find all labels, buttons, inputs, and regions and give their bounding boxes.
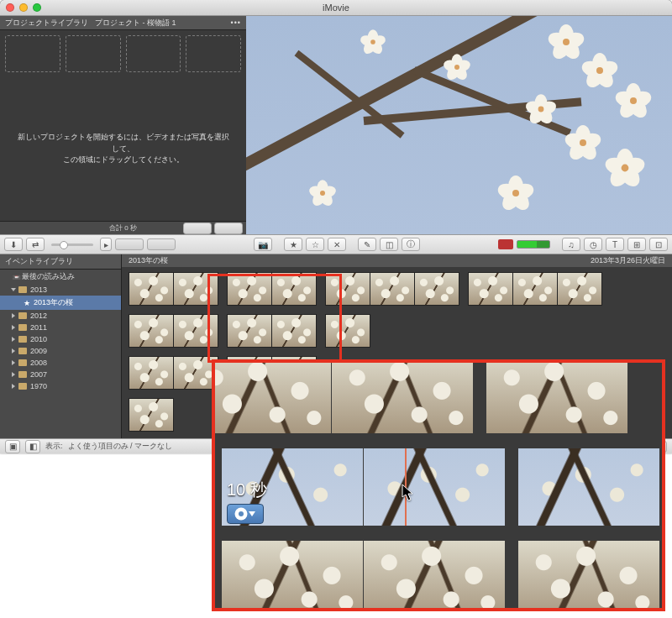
folder-icon bbox=[18, 359, 27, 366]
footer-control[interactable] bbox=[183, 223, 212, 234]
disclosure-triangle-icon[interactable] bbox=[12, 337, 15, 342]
zoom-clip[interactable] bbox=[518, 448, 659, 526]
toolbar-segment[interactable] bbox=[115, 238, 144, 250]
browser-header: 2013年の桜 2013年3月26日火曜日 bbox=[122, 254, 672, 267]
disclosure-triangle-icon[interactable] bbox=[12, 325, 15, 330]
sidebar-year[interactable]: 2009 bbox=[0, 345, 121, 357]
zoom-slider[interactable] bbox=[51, 244, 93, 246]
zoom-clip[interactable] bbox=[518, 541, 659, 611]
folder-icon bbox=[18, 286, 27, 293]
title-browser-button[interactable]: T bbox=[606, 238, 624, 251]
project-footer: 合計 0 秒 bbox=[0, 221, 246, 234]
title-slots bbox=[0, 30, 246, 77]
title-slot[interactable] bbox=[66, 35, 121, 72]
view-toggle-button[interactable]: ◧ bbox=[25, 440, 40, 453]
folder-icon bbox=[18, 312, 27, 319]
close-button[interactable] bbox=[6, 3, 14, 12]
disclosure-triangle-icon[interactable] bbox=[12, 372, 15, 377]
clip-action-menu[interactable] bbox=[227, 504, 264, 524]
duration-label: 10 秒 bbox=[227, 479, 267, 501]
dropdown-triangle-icon bbox=[249, 511, 255, 516]
minimize-button[interactable] bbox=[19, 3, 28, 12]
mouse-cursor-icon bbox=[402, 484, 415, 502]
clip-thumbnail[interactable] bbox=[227, 314, 317, 348]
folder-icon bbox=[18, 336, 27, 343]
disclosure-triangle-icon[interactable] bbox=[11, 288, 16, 291]
clip-thumbnail[interactable] bbox=[129, 356, 218, 390]
music-browser-button[interactable]: ♫ bbox=[562, 238, 580, 251]
disclosure-triangle-icon[interactable] bbox=[12, 360, 15, 365]
zoom-button[interactable] bbox=[33, 3, 41, 12]
show-label: 表示: bbox=[45, 441, 63, 452]
folder-icon bbox=[18, 383, 27, 390]
disclosure-triangle-icon[interactable] bbox=[12, 384, 15, 389]
annotation-zoom-panel: 10 秒 bbox=[212, 359, 665, 611]
traffic-lights bbox=[6, 3, 41, 12]
sidebar-year[interactable]: 2007 bbox=[0, 369, 121, 380]
sidebar-last-import[interactable]: 📼最後の読み込み bbox=[0, 270, 121, 284]
event-sidebar: イベントライブラリ 📼最後の読み込み 2013 ★ 2013年の桜 2012 2… bbox=[0, 254, 122, 453]
folder-icon bbox=[18, 324, 27, 331]
project-drop-message[interactable]: 新しいプロジェクトを開始するには、ビデオまたは写真を選択して、 この領域にドラッ… bbox=[0, 77, 246, 221]
toolbar-segment[interactable] bbox=[147, 238, 176, 250]
upper-pane: プロジェクトライブラリ プロジェクト - 桜物語 1 ••• 新しいプロジェクト… bbox=[0, 16, 672, 234]
project-menu-icon[interactable]: ••• bbox=[231, 18, 241, 27]
clip-thumbnail[interactable] bbox=[325, 314, 370, 348]
title-slot[interactable] bbox=[186, 35, 241, 72]
footer-control[interactable] bbox=[214, 223, 243, 234]
voiceover-button[interactable]: ✎ bbox=[358, 238, 376, 251]
inspector-button[interactable]: ⓘ bbox=[402, 238, 420, 251]
maps-browser-button[interactable]: ⊡ bbox=[649, 238, 668, 251]
gear-icon bbox=[236, 509, 246, 519]
sidebar-year[interactable]: 2008 bbox=[0, 357, 121, 369]
filter-label[interactable]: よく使う項目のみ / マークなし bbox=[68, 441, 173, 452]
crop-button[interactable]: ◫ bbox=[380, 238, 398, 251]
sidebar-year[interactable]: 1970 bbox=[0, 380, 121, 392]
clip-thumbnail[interactable] bbox=[129, 398, 174, 432]
browser-event-title: 2013年の桜 bbox=[129, 255, 168, 266]
sidebar-year[interactable]: 2011 bbox=[0, 322, 121, 333]
view-events-button[interactable]: ▣ bbox=[5, 440, 20, 453]
clip-thumbnail[interactable] bbox=[129, 314, 218, 348]
browser-event-date: 2013年3月26日火曜日 bbox=[591, 255, 665, 266]
zoom-clip[interactable] bbox=[222, 541, 505, 611]
clip-thumbnail[interactable] bbox=[468, 272, 602, 306]
reject-button[interactable]: ✕ bbox=[328, 238, 346, 251]
project-header: プロジェクトライブラリ プロジェクト - 桜物語 1 ••• bbox=[0, 16, 246, 30]
sidebar-heading: イベントライブラリ bbox=[0, 254, 121, 270]
window-titlebar: iMovie bbox=[0, 0, 672, 16]
folder-icon bbox=[18, 371, 27, 378]
preview-content bbox=[246, 16, 672, 234]
zoom-clip[interactable] bbox=[212, 359, 473, 433]
unfavorite-button[interactable]: ☆ bbox=[306, 238, 324, 251]
current-project-label[interactable]: プロジェクト - 桜物語 1 bbox=[95, 18, 176, 29]
sidebar-year[interactable]: 2012 bbox=[0, 310, 121, 322]
import-button[interactable]: ⬇ bbox=[4, 238, 23, 251]
zoom-clip[interactable] bbox=[486, 359, 627, 433]
disclosure-triangle-icon[interactable] bbox=[12, 348, 15, 354]
clip-thumbnail[interactable] bbox=[227, 272, 317, 306]
favorite-button[interactable]: ★ bbox=[284, 238, 302, 251]
sidebar-year[interactable]: 2010 bbox=[0, 333, 121, 345]
swap-button[interactable]: ⇄ bbox=[26, 238, 45, 251]
project-area: プロジェクトライブラリ プロジェクト - 桜物語 1 ••• 新しいプロジェクト… bbox=[0, 16, 246, 234]
main-toolbar: ⬇ ⇄ ▸ 📷 ★ ☆ ✕ ✎ ◫ ⓘ ♫ ◷ T ⊞ ⊡ bbox=[0, 234, 672, 254]
record-indicator bbox=[498, 239, 513, 249]
window-title: iMovie bbox=[323, 3, 349, 13]
folder-icon bbox=[18, 348, 27, 354]
camera-import-button[interactable]: 📷 bbox=[254, 238, 272, 251]
title-slot[interactable] bbox=[5, 35, 60, 72]
clip-thumbnail[interactable] bbox=[129, 272, 218, 306]
play-button[interactable]: ▸ bbox=[100, 238, 112, 251]
sidebar-event-selected[interactable]: ★ 2013年の桜 bbox=[0, 296, 121, 310]
project-library-label[interactable]: プロジェクトライブラリ bbox=[5, 18, 88, 29]
disclosure-triangle-icon[interactable] bbox=[12, 313, 15, 318]
sidebar-year[interactable]: 2013 bbox=[0, 284, 121, 296]
title-slot[interactable] bbox=[126, 35, 181, 72]
photo-browser-button[interactable]: ◷ bbox=[584, 238, 602, 251]
transition-browser-button[interactable]: ⊞ bbox=[627, 238, 646, 251]
audio-meter bbox=[517, 240, 550, 249]
clip-thumbnail[interactable] bbox=[325, 272, 459, 306]
preview-viewer[interactable] bbox=[246, 16, 672, 234]
